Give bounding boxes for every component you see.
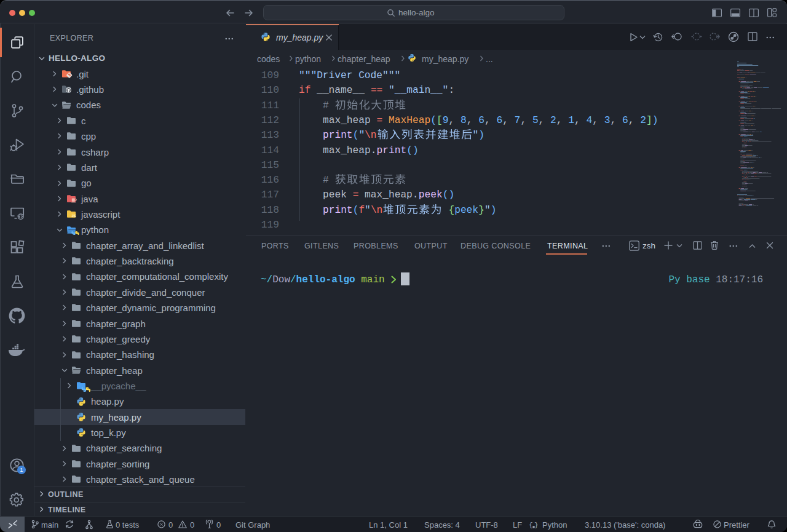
svg-text:{: { (529, 522, 533, 529)
svg-text:}: } (534, 522, 539, 529)
svg-text:JS: JS (72, 214, 76, 218)
